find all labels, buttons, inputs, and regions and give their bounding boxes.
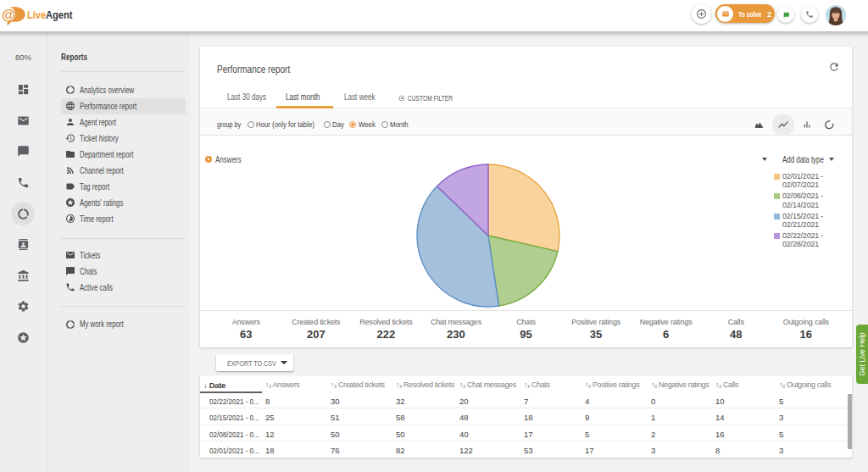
- svg-text:@: @: [2, 7, 15, 22]
